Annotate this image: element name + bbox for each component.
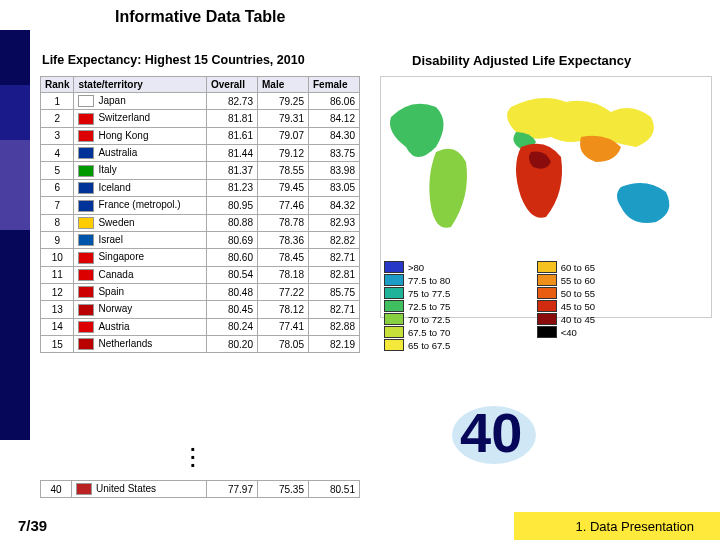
col-state: state/territory <box>74 77 207 93</box>
legend-item: 50 to 55 <box>537 287 687 299</box>
legend-item: 40 to 45 <box>537 313 687 325</box>
legend-item: 65 to 67.5 <box>384 339 534 351</box>
table-row: 7France (metropol.)80.9577.4684.32 <box>41 197 360 214</box>
page-title: Informative Data Table <box>115 8 285 26</box>
left-subtitle: Life Expectancy: Highest 15 Countries, 2… <box>42 53 305 67</box>
table-row: 14Austria80.2477.4182.88 <box>41 318 360 335</box>
table-row: 40United States77.9775.3580.51 <box>41 481 360 498</box>
legend-item: 77.5 to 80 <box>384 274 534 286</box>
table-row: 5Italy81.3778.5583.98 <box>41 162 360 179</box>
legend-item: 55 to 60 <box>537 274 687 286</box>
legend-item: 75 to 77.5 <box>384 287 534 299</box>
us-row-table: 40United States77.9775.3580.51 <box>40 480 360 498</box>
page-number: 7/39 <box>18 517 47 534</box>
legend-item: 45 to 50 <box>537 300 687 312</box>
table-row: 1Japan82.7379.2586.06 <box>41 93 360 110</box>
ellipsis-icon: ... <box>190 440 196 464</box>
table-row: 9Israel80.6978.3682.82 <box>41 231 360 248</box>
table-row: 13Norway80.4578.1282.71 <box>41 301 360 318</box>
col-male: Male <box>258 77 309 93</box>
map-legend: >8077.5 to 8075 to 77.572.5 to 7570 to 7… <box>384 260 708 352</box>
section-label: 1. Data Presentation <box>575 519 694 534</box>
legend-item: 67.5 to 70 <box>384 326 534 338</box>
table-row: 6Iceland81.2379.4583.05 <box>41 179 360 196</box>
legend-item: 72.5 to 75 <box>384 300 534 312</box>
legend-item: <40 <box>537 326 687 338</box>
callout-number: 40 <box>460 400 522 465</box>
table-row: 2Switzerland81.8179.3184.12 <box>41 110 360 127</box>
col-female: Female <box>309 77 360 93</box>
table-row: 8Sweden80.8878.7882.93 <box>41 214 360 231</box>
legend-item: 60 to 65 <box>537 261 687 273</box>
decorative-sidebar <box>0 30 30 440</box>
callout-value: 40 <box>460 401 522 464</box>
col-overall: Overall <box>207 77 258 93</box>
life-expectancy-table: Rank state/territory Overall Male Female… <box>40 76 360 353</box>
col-rank: Rank <box>41 77 74 93</box>
table-row: 12Spain80.4877.2285.75 <box>41 283 360 300</box>
legend-item: >80 <box>384 261 534 273</box>
legend-item: 70 to 72.5 <box>384 313 534 325</box>
table-row: 3Hong Kong81.6179.0784.30 <box>41 127 360 144</box>
right-subtitle: Disability Adjusted Life Expectancy <box>412 53 631 68</box>
footer: 7/39 1. Data Presentation <box>0 512 720 540</box>
table-row: 11Canada80.5478.1882.81 <box>41 266 360 283</box>
table-row: 4Australia81.4479.1283.75 <box>41 145 360 162</box>
table-row: 15Netherlands80.2078.0582.19 <box>41 336 360 353</box>
table-row: 10Singapore80.6078.4582.71 <box>41 249 360 266</box>
